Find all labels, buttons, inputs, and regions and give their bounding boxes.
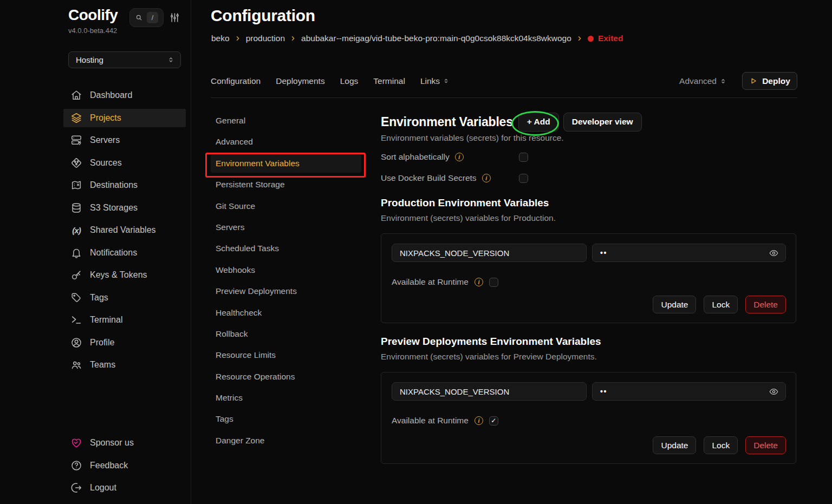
- sidebar-item-profile[interactable]: Profile: [63, 333, 186, 352]
- settings-nav-tags[interactable]: Tags: [211, 410, 361, 428]
- team-select[interactable]: Hosting: [68, 51, 181, 68]
- settings-nav-advanced[interactable]: Advanced: [211, 133, 361, 151]
- developer-view-button[interactable]: Developer view: [563, 113, 642, 132]
- database-icon: [70, 202, 82, 214]
- info-icon[interactable]: i: [474, 278, 483, 286]
- variable-value-field[interactable]: ••: [592, 382, 786, 401]
- sidebar-item-dashboard[interactable]: Dashboard: [63, 86, 186, 104]
- sidebar-item-label: Tags: [90, 293, 108, 303]
- docker-build-secrets-checkbox[interactable]: [519, 174, 528, 183]
- tab-logs[interactable]: Logs: [340, 76, 359, 86]
- sidebar: Coolify v4.0.0-beta.442 / Hosting Dashbo…: [0, 0, 191, 504]
- sidebar-item-servers[interactable]: Servers: [63, 131, 186, 149]
- settings-nav-resource-operations[interactable]: Resource Operations: [211, 368, 361, 386]
- preview-section-description: Environment (secrets) variables for Prev…: [381, 352, 597, 362]
- logout-icon: [70, 482, 82, 494]
- add-variable-button[interactable]: + Add: [518, 113, 559, 132]
- eye-icon[interactable]: [769, 248, 779, 258]
- sidebar-item-projects[interactable]: Projects: [63, 109, 186, 127]
- sidebar-item-notifications[interactable]: Notifications: [63, 244, 186, 262]
- sidebar-item-label: Sources: [90, 158, 122, 168]
- update-button[interactable]: Update: [653, 296, 696, 313]
- variable-name-input[interactable]: [392, 244, 587, 262]
- chevron-right-icon: [235, 35, 241, 42]
- available-at-runtime-label: Available at Runtime: [392, 277, 469, 287]
- app-version: v4.0.0-beta.442: [68, 27, 117, 35]
- available-at-runtime-checkbox[interactable]: ✓: [489, 416, 498, 426]
- sidebar-item-teams[interactable]: Teams: [63, 356, 186, 374]
- sidebar-item-s3-storages[interactable]: S3 Storages: [63, 199, 186, 217]
- sidebar-item-label: Keys & Tokens: [90, 270, 147, 280]
- terminal-icon: [70, 314, 82, 326]
- update-button[interactable]: Update: [653, 436, 696, 454]
- sort-alphabetically-row: Sort alphabetically i: [381, 151, 797, 163]
- tag-icon: [70, 292, 82, 304]
- main-area: Configuration beko production abubakar--…: [191, 0, 832, 504]
- page-title: Configuration: [211, 6, 315, 25]
- app-logo[interactable]: Coolify: [68, 6, 118, 24]
- sidebar-item-sources[interactable]: Sources: [63, 154, 186, 172]
- tab-deployments[interactable]: Deployments: [276, 76, 324, 86]
- info-icon[interactable]: i: [474, 416, 483, 425]
- settings-nav-resource-limits[interactable]: Resource Limits: [211, 346, 361, 364]
- masked-value: ••: [600, 248, 607, 257]
- question-circle-icon: [70, 460, 82, 472]
- filters-icon[interactable]: [169, 12, 180, 23]
- settings-nav-environment-variables[interactable]: Environment Variables: [211, 154, 361, 173]
- bell-icon: [70, 247, 82, 259]
- sidebar-item-label: Logout: [90, 483, 116, 493]
- sidebar-item-terminal[interactable]: Terminal: [63, 311, 186, 329]
- sidebar-item-feedback[interactable]: Feedback: [63, 456, 186, 475]
- settings-nav-danger-zone[interactable]: Danger Zone: [211, 431, 361, 450]
- search-button[interactable]: /: [129, 8, 164, 27]
- eye-icon[interactable]: [769, 387, 779, 397]
- settings-nav-webhooks[interactable]: Webhooks: [211, 261, 361, 279]
- sort-alphabetically-checkbox[interactable]: [519, 153, 528, 162]
- preview-section-title: Preview Deployments Environment Variable…: [381, 336, 601, 348]
- available-at-runtime-checkbox[interactable]: [489, 278, 498, 287]
- delete-button[interactable]: Delete: [745, 436, 786, 454]
- sidebar-footer: Sponsor us Feedback Logout: [63, 434, 186, 501]
- variable-actions: Update Lock Delete: [653, 436, 786, 454]
- sidebar-item-destinations[interactable]: Destinations: [63, 176, 186, 194]
- variable-value-field[interactable]: ••: [592, 244, 786, 262]
- settings-nav-healthcheck[interactable]: Healthcheck: [211, 304, 361, 322]
- sidebar-item-label: Destinations: [90, 180, 138, 190]
- settings-nav-scheduled-tasks[interactable]: Scheduled Tasks: [211, 239, 361, 258]
- breadcrumb-environment[interactable]: production: [246, 34, 285, 43]
- sidebar-item-keys-tokens[interactable]: Keys & Tokens: [63, 266, 186, 284]
- coolify-app: Coolify v4.0.0-beta.442 / Hosting Dashbo…: [0, 0, 832, 504]
- settings-nav-general[interactable]: General: [211, 112, 361, 130]
- sidebar-item-shared-variables[interactable]: (x) Shared Variables: [63, 221, 186, 239]
- sidebar-item-tags[interactable]: Tags: [63, 289, 186, 307]
- settings-nav-metrics[interactable]: Metrics: [211, 389, 361, 407]
- breadcrumb-project[interactable]: beko: [211, 34, 230, 43]
- chevron-updown-icon: [167, 56, 175, 64]
- delete-button[interactable]: Delete: [745, 296, 786, 313]
- info-icon[interactable]: i: [482, 174, 491, 182]
- variable-name-input[interactable]: [392, 382, 587, 401]
- sidebar-item-label: Projects: [90, 113, 121, 123]
- lock-button[interactable]: Lock: [704, 436, 738, 454]
- production-variable-card: •• Available at Runtime i Update Lock De…: [381, 233, 796, 323]
- git-source-icon: [70, 157, 82, 169]
- settings-nav-persistent-storage[interactable]: Persistent Storage: [211, 175, 361, 194]
- settings-nav-preview-deployments[interactable]: Preview Deployments: [211, 282, 361, 300]
- sidebar-item-label: Profile: [90, 338, 114, 348]
- sidebar-item-label: Servers: [90, 135, 120, 145]
- sidebar-item-label: Terminal: [90, 315, 122, 325]
- settings-nav-rollback[interactable]: Rollback: [211, 325, 361, 343]
- sidebar-item-label: Sponsor us: [90, 438, 134, 448]
- tab-configuration[interactable]: Configuration: [211, 76, 261, 86]
- sidebar-item-sponsor[interactable]: Sponsor us: [63, 434, 186, 452]
- variable-row: ••: [392, 382, 786, 401]
- sort-alphabetically-label: Sort alphabetically: [381, 152, 450, 162]
- env-content: Environment Variables + Add Developer vi…: [381, 0, 797, 504]
- settings-nav-git-source[interactable]: Git Source: [211, 197, 361, 215]
- settings-nav-servers[interactable]: Servers: [211, 218, 361, 237]
- lock-button[interactable]: Lock: [704, 296, 738, 313]
- info-icon[interactable]: i: [455, 153, 464, 161]
- sidebar-item-logout[interactable]: Logout: [63, 479, 186, 497]
- env-header: Environment Variables + Add Developer vi…: [381, 111, 797, 133]
- team-select-value: Hosting: [76, 55, 103, 64]
